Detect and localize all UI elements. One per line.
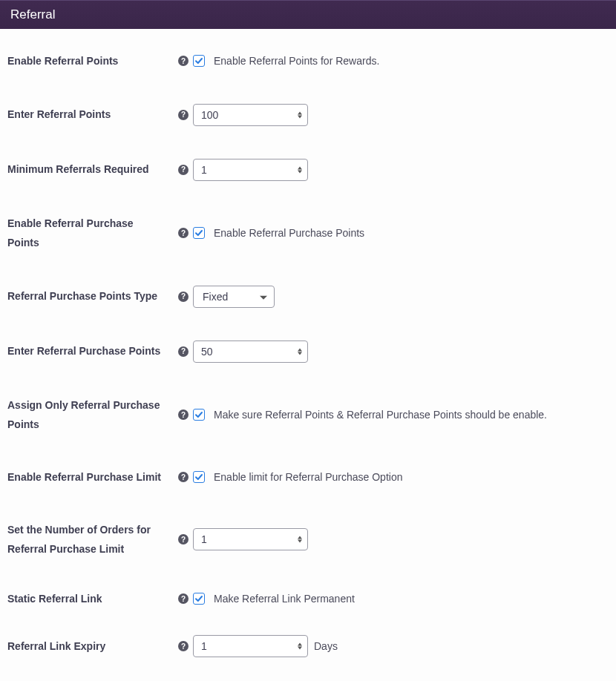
unit-link-expiry: Days xyxy=(314,640,338,652)
input-purchase-points[interactable] xyxy=(193,340,308,363)
row-assign-only: Assign Only Referral Purchase Points ? M… xyxy=(0,379,616,451)
checkbox-static-link[interactable] xyxy=(193,593,205,605)
row-min-referrals: Minimum Referrals Required ? xyxy=(0,142,616,197)
row-purchase-points-type: Referral Purchase Points Type ? Fixed xyxy=(0,269,616,324)
help-icon[interactable]: ? xyxy=(178,534,189,545)
label-enter-referral-points: Enter Referral Points xyxy=(7,105,178,125)
label-enable-referral-points: Enable Referral Points xyxy=(7,51,178,71)
label-orders-limit: Set the Number of Orders for Referral Pu… xyxy=(7,520,178,559)
desc-enable-limit: Enable limit for Referral Purchase Optio… xyxy=(214,471,402,483)
row-orders-limit: Set the Number of Orders for Referral Pu… xyxy=(0,504,616,576)
input-orders-limit[interactable] xyxy=(193,528,308,550)
row-static-link: Static Referral Link ? Make Referral Lin… xyxy=(0,576,616,622)
label-static-link: Static Referral Link xyxy=(7,589,178,609)
checkbox-assign-only[interactable] xyxy=(193,409,205,421)
label-enter-purchase-points: Enter Referral Purchase Points xyxy=(7,341,178,361)
section-title: Referral xyxy=(10,7,55,22)
referral-form: Enable Referral Points ? Enable Referral… xyxy=(0,29,616,671)
input-min-referrals[interactable] xyxy=(193,159,308,181)
help-icon[interactable]: ? xyxy=(178,409,189,420)
desc-static-link: Make Referral Link Permanent xyxy=(214,593,355,605)
checkbox-enable-referral-purchase[interactable] xyxy=(193,227,205,239)
label-assign-only: Assign Only Referral Purchase Points xyxy=(7,395,178,435)
row-enable-referral-purchase: Enable Referral Purchase Points ? Enable… xyxy=(0,197,616,269)
desc-enable-referral-points: Enable Referral Points for Rewards. xyxy=(214,55,379,67)
row-enter-purchase-points: Enter Referral Purchase Points ? xyxy=(0,324,616,379)
help-icon[interactable]: ? xyxy=(178,346,189,357)
help-icon[interactable]: ? xyxy=(178,228,189,238)
row-link-expiry: Referral Link Expiry ? Days xyxy=(0,622,616,671)
desc-assign-only: Make sure Referral Points & Referral Pur… xyxy=(214,409,547,421)
help-icon[interactable]: ? xyxy=(178,472,189,482)
help-icon[interactable]: ? xyxy=(178,165,189,175)
label-purchase-points-type: Referral Purchase Points Type xyxy=(7,286,178,306)
section-header: Referral xyxy=(0,0,616,29)
label-min-referrals: Minimum Referrals Required xyxy=(7,159,178,180)
checkbox-enable-referral-points[interactable] xyxy=(193,55,205,67)
label-enable-limit: Enable Referral Purchase Limit xyxy=(7,467,178,487)
input-referral-points[interactable] xyxy=(193,104,308,126)
checkbox-enable-limit[interactable] xyxy=(193,471,205,483)
input-link-expiry[interactable] xyxy=(193,635,308,657)
help-icon[interactable]: ? xyxy=(178,110,189,120)
row-enable-limit: Enable Referral Purchase Limit ? Enable … xyxy=(0,451,616,504)
row-enter-referral-points: Enter Referral Points ? xyxy=(0,88,616,142)
help-icon[interactable]: ? xyxy=(178,593,189,604)
desc-enable-referral-purchase: Enable Referral Purchase Points xyxy=(214,227,364,239)
label-enable-referral-purchase: Enable Referral Purchase Points xyxy=(7,214,178,253)
help-icon[interactable]: ? xyxy=(178,641,189,651)
help-icon[interactable]: ? xyxy=(178,56,189,66)
label-link-expiry: Referral Link Expiry xyxy=(7,636,178,657)
select-purchase-points-type[interactable]: Fixed xyxy=(193,286,275,308)
row-enable-referral-points: Enable Referral Points ? Enable Referral… xyxy=(0,35,616,88)
help-icon[interactable]: ? xyxy=(178,292,189,302)
